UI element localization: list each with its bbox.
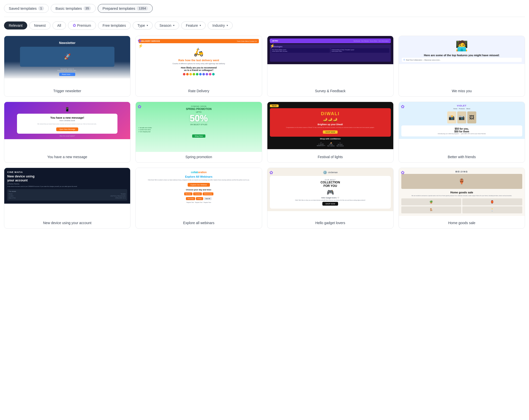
- premium-badge-icon: ✿: [138, 38, 141, 43]
- newsletter-illustration: 🚀: [20, 47, 114, 67]
- template-card-rate-delivery[interactable]: ✿ ⚡ DELIVERY SERVICE Track Order Menu Co…: [135, 36, 262, 97]
- template-grid: Newsletter 🚀 Newsletter article #1Maecen…: [4, 36, 525, 229]
- template-label: Better with friends: [399, 152, 525, 162]
- template-label: New device using your account: [4, 218, 130, 228]
- lightning-icon: ⚡: [138, 43, 143, 48]
- premium-badge-icon: ✿: [138, 104, 141, 109]
- template-label: You have a new message: [4, 152, 130, 162]
- tab-basic-label: Basic templates: [55, 6, 82, 10]
- template-label: Survey & Feedback: [267, 86, 393, 96]
- filter-newest[interactable]: Newest: [29, 21, 50, 29]
- tab-saved-badge: 1: [38, 6, 44, 10]
- filter-premium[interactable]: ✿ Premium: [68, 21, 96, 30]
- filter-bar: Relevant Newest All ✿ Premium Free templ…: [4, 21, 525, 30]
- template-label: We miss you: [399, 86, 525, 96]
- template-card-better-friends[interactable]: ✿ VIOLET HomeProductsAbout 📸 📷 🖼 $50 for…: [399, 102, 525, 163]
- chevron-down-icon: ▾: [227, 24, 228, 27]
- filter-season[interactable]: Season ▾: [155, 21, 179, 29]
- template-card-explore-webinars[interactable]: collaboration Explore All Webinars Hello…: [135, 168, 262, 229]
- template-label: Festival of lights: [267, 152, 393, 162]
- filter-all[interactable]: All: [52, 21, 66, 29]
- chevron-down-icon: ▾: [173, 24, 174, 27]
- template-label: Rate Delivery: [136, 86, 262, 96]
- template-card-home-goods[interactable]: ✿ BEIJING 🏺 Home goods sale We are excit…: [399, 168, 525, 229]
- template-card-hello-gadget[interactable]: ✿ ⚙️ circleman OUR BEST COLLECTIONFOR YO…: [267, 168, 394, 229]
- chevron-down-icon: ▾: [147, 24, 148, 27]
- tab-saved[interactable]: Saved templates 1: [4, 4, 49, 13]
- template-label: Explore all webinars: [136, 218, 262, 228]
- premium-icon: ✿: [73, 23, 76, 28]
- filter-free[interactable]: Free templates: [98, 21, 131, 29]
- filter-feature[interactable]: Feature ▾: [181, 21, 206, 29]
- template-label: Trigger newsletter: [4, 86, 130, 96]
- tab-bar: Saved templates 1 Basic templates 35 Pre…: [4, 4, 525, 17]
- chevron-down-icon: ▾: [200, 24, 201, 27]
- template-label: Spring promotion: [136, 152, 262, 162]
- tab-basic-badge: 35: [83, 6, 91, 10]
- template-label: Home goods sale: [399, 218, 525, 228]
- premium-badge-icon: ✿: [269, 170, 273, 175]
- template-label: Hello gadget lovers: [267, 218, 393, 228]
- template-card-new-message[interactable]: 📱 You have a new message! from Christina…: [4, 102, 130, 163]
- tab-basic[interactable]: Basic templates 35: [51, 4, 96, 13]
- premium-badge-icon: ✿: [269, 38, 273, 43]
- filter-type[interactable]: Type ▾: [133, 21, 153, 29]
- template-card-spring-promotion[interactable]: ✿ COMING SOON SPRING PROMOTION UPTO 50% …: [135, 102, 262, 163]
- template-card-trigger-newsletter[interactable]: Newsletter 🚀 Newsletter article #1Maecen…: [4, 36, 130, 97]
- tab-prepared-label: Prepared templates: [102, 6, 135, 10]
- tab-prepared-badge: 1354: [137, 6, 148, 10]
- tab-saved-label: Saved templates: [9, 6, 37, 10]
- template-card-new-device[interactable]: CINE MAFIA New device usingyour account …: [4, 168, 130, 229]
- filter-relevant[interactable]: Relevant: [4, 21, 27, 29]
- tab-prepared[interactable]: Prepared templates 1354: [98, 4, 153, 13]
- lightning-icon: ⚡: [270, 43, 275, 48]
- template-card-survey-feedback[interactable]: ✿ ⚡ METRO NorthwestOur StoriesKnow MoreG…: [267, 36, 394, 97]
- filter-industry[interactable]: Industry ▾: [208, 21, 233, 29]
- premium-badge-icon: ✿: [401, 104, 405, 109]
- template-card-festival-lights[interactable]: TECH DIWALI 🪔🪔🪔 Brighten up your Diwali …: [267, 102, 394, 163]
- template-card-we-miss-you[interactable]: 🧑‍💻 Here are some of the top features yo…: [399, 36, 525, 97]
- premium-badge-icon: ✿: [401, 170, 405, 175]
